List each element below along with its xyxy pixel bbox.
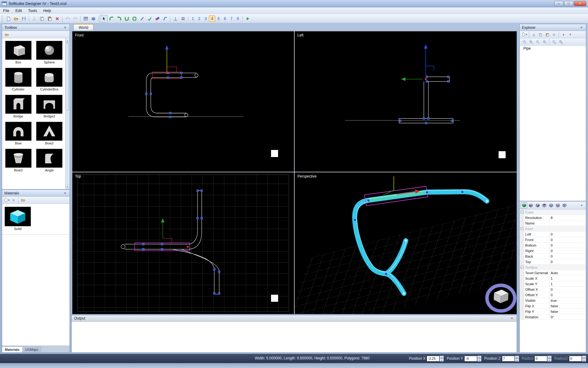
grid-snap-button[interactable] [179,15,187,22]
pipe-u-tool-button[interactable] [123,15,130,22]
output-content[interactable] [72,322,517,352]
menu-tools[interactable]: Tools [25,8,40,14]
undo-button[interactable] [64,15,71,22]
axis-toggle-z-button[interactable] [551,39,557,45]
collapse-icon[interactable]: − [521,211,523,213]
prop-view-bottom-button[interactable] [561,202,568,209]
axis-toggle-x2-button[interactable] [528,39,534,45]
position-y-input[interactable] [464,356,477,362]
move-down-button[interactable]: ▼ [567,32,574,38]
toolbox-scrollbar[interactable]: ▲ ▼ [65,39,69,189]
property-group-inset[interactable]: −Inset [520,226,586,232]
new-file-button[interactable] [5,15,12,22]
spin-down-icon[interactable]: ▼ [439,358,444,362]
position-x-input[interactable] [427,356,439,362]
front-viewport-canvas[interactable] [72,31,294,172]
line-tool-button[interactable] [138,15,146,22]
run-button[interactable] [244,15,251,22]
redo-button[interactable] [71,15,79,22]
scroll-down-icon[interactable]: ▼ [66,185,69,189]
spin-up-icon[interactable]: ▲ [515,356,519,359]
weld-tool-button[interactable] [146,15,153,22]
explorer-header[interactable]: Explorer × [520,24,586,31]
explorer-close-button[interactable]: × [579,25,584,30]
spin-up-icon[interactable]: ▲ [547,356,552,359]
layers-button[interactable] [89,15,97,22]
toolbox-item-box[interactable]: Box [5,41,32,64]
resolution-4-button[interactable]: 4 [209,15,215,22]
toolbar-grip[interactable] [2,16,3,22]
menu-file[interactable]: File [0,8,12,14]
toolbox-close-button[interactable]: × [63,25,67,30]
output-header[interactable]: Output × [72,315,517,322]
perspective-viewport[interactable]: Perspective [295,172,517,314]
resolution-7-button[interactable]: 7 [228,15,235,22]
spin-up-icon[interactable]: ▲ [477,356,481,359]
top-viewport-marker[interactable] [271,295,278,302]
menu-help[interactable]: Help [40,8,54,14]
materials-header[interactable]: Materials × [2,190,70,197]
delete-material-button[interactable] [10,197,17,203]
left-viewport[interactable]: Left [295,31,517,172]
prop-view-back-button[interactable] [554,202,561,209]
copy-button[interactable] [38,15,46,22]
toolbox-item-bridge2[interactable]: Bridge2 [36,95,62,118]
toolbox-header[interactable]: Toolbox × [2,24,70,31]
maximize-button[interactable]: □ [564,1,573,6]
prop-view-left-button[interactable] [527,202,534,209]
position-z-input[interactable] [502,356,515,362]
toolbox-open-button[interactable] [3,32,10,38]
front-viewport[interactable]: Front [72,31,294,172]
spin-up-icon[interactable]: ▲ [439,356,444,359]
toolbox-item-cylinderbox[interactable]: CylinderBox [36,68,62,91]
prop-view-top-button[interactable] [541,202,548,209]
menu-edit[interactable]: Edit [12,8,25,14]
spin-down-icon[interactable]: ▼ [477,358,481,362]
collapse-icon[interactable]: − [521,266,523,269]
toolbox-item-cylinder[interactable]: Cylinder [5,68,32,91]
table-view-button[interactable] [82,15,89,22]
pipe-box-tool-button[interactable] [130,15,138,22]
tree-item-pipe[interactable]: Pipe [520,46,586,51]
pipe-corner-tool-button[interactable] [107,15,115,22]
prop-view-right-button[interactable] [548,202,554,209]
tab-uvmaps[interactable]: UVMaps [23,347,41,352]
minimize-button[interactable]: — [554,1,564,6]
move-up-button[interactable]: ▲ [560,32,567,38]
resolution-6-button[interactable]: 6 [222,15,228,22]
explorer-delete-button[interactable] [551,32,557,38]
tab-materials[interactable]: Materials [2,347,23,352]
axis-toggle-x-button[interactable] [521,39,528,45]
toolbox-item-sphere[interactable]: Sphere [36,41,62,64]
close-button[interactable]: × [574,1,586,6]
material-library-button[interactable] [20,197,26,203]
explorer-cut-button[interactable] [530,32,537,38]
pipe-corner2-tool-button[interactable] [115,15,123,22]
resolution-1-button[interactable]: 1 [190,15,196,22]
toolbox-item-bridge[interactable]: Bridge [5,95,32,118]
output-close-button[interactable]: × [510,316,514,321]
spin-down-icon[interactable]: ▼ [547,358,552,362]
scrollbar-thumb[interactable] [66,43,69,111]
paste-button[interactable] [46,15,53,22]
top-viewport-canvas[interactable] [72,172,294,314]
spin-down-icon[interactable]: ▼ [582,358,586,362]
select-tool-button[interactable] [100,15,107,22]
tab-world[interactable]: World [74,24,93,30]
axis-toggle-y-button[interactable] [534,39,541,45]
delete-button[interactable] [53,15,61,22]
resolution-2-button[interactable]: 2 [196,15,202,22]
prop-view-front-button[interactable] [534,202,541,209]
axis-constraint-button[interactable] [172,15,179,22]
front-viewport-marker[interactable] [271,150,278,157]
material-item-solid[interactable]: Solid [5,207,31,231]
sphere-pair-tool-button[interactable] [153,15,161,22]
collapse-icon[interactable]: − [521,227,523,230]
toolbox-item-angle[interactable]: Angle [36,149,62,172]
top-viewport[interactable]: Top [72,172,294,314]
cut-button[interactable] [30,15,38,22]
toolbox-item-bow3[interactable]: Bow3 [5,149,32,172]
resolution-5-button[interactable]: 5 [215,15,222,22]
spin-down-icon[interactable]: ▼ [515,358,519,362]
radius2-input[interactable] [569,356,582,362]
